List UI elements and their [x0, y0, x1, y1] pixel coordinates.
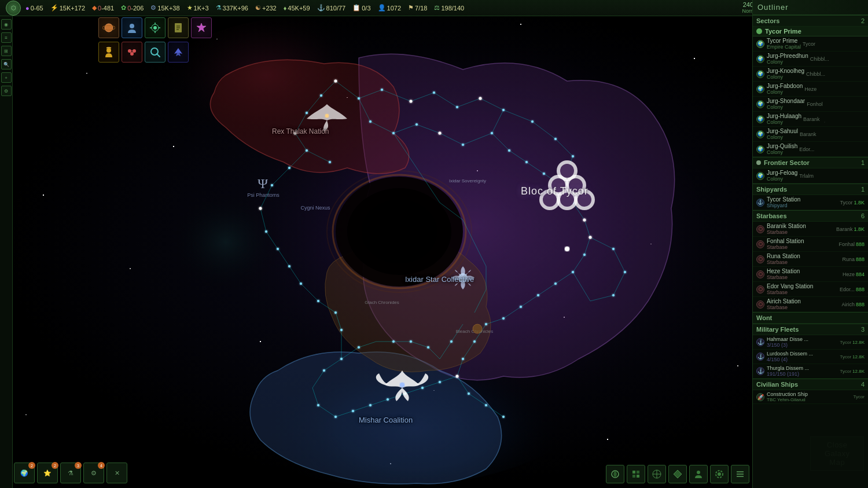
- starbase-icon: ⬡: [756, 285, 764, 293]
- fleet-lurdoosh[interactable]: ⚓ Lurdoosh Dissem ... 4/150 (4) Tycor 12…: [753, 350, 868, 364]
- svg-point-158: [259, 207, 262, 210]
- settings-gear-button[interactable]: [710, 465, 729, 483]
- starbase-fonhal[interactable]: ⬡ Fonhal Station Starbase Fonhal 888: [753, 237, 868, 252]
- stat-influence: ● 0-65: [25, 5, 43, 12]
- frontier-dot: [756, 160, 761, 165]
- svg-point-105: [320, 94, 322, 97]
- frontier-sector-header[interactable]: Frontier Sector 1: [753, 157, 868, 168]
- fleet-hahmaar[interactable]: ⚓ Hahmaar Disse ... 3/150 (3) Tycor 12.8…: [753, 335, 868, 350]
- map-mode-3-button[interactable]: [648, 465, 666, 483]
- map-mode-5-button[interactable]: [689, 465, 708, 483]
- ships-button[interactable]: [168, 42, 189, 63]
- zoom-icon-btn[interactable]: +: [1, 72, 12, 83]
- empire-icon[interactable]: ⬡: [6, 1, 21, 16]
- colony-icon: 🌍: [756, 85, 764, 93]
- colony-jurg-phreedhun[interactable]: 🌍 Jurg-Phreedhun Colony Chibbl...: [753, 52, 868, 67]
- starbase-heze[interactable]: ⬡ Heze Station Starbase Heze 884: [753, 267, 868, 282]
- colony-tycor-prime[interactable]: 🌍 Tycor Prime Empire Capital Tycor: [753, 36, 868, 52]
- intel-button[interactable]: [145, 42, 165, 63]
- map-mode-2-button[interactable]: [627, 465, 645, 483]
- svg-text:Cygni Nexus: Cygni Nexus: [300, 205, 330, 211]
- svg-point-154: [427, 346, 429, 348]
- colony-jurg-sahuul[interactable]: 🌍 Jurg-Sahuul Colony Barank: [753, 127, 868, 142]
- notification-planets-button[interactable]: 🌍 2: [14, 463, 35, 483]
- military-fleets-section-header[interactable]: Military Fleets 3: [753, 324, 868, 335]
- svg-point-192: [153, 26, 157, 30]
- stat-factions: ⚑ 7/18: [408, 4, 427, 12]
- svg-point-162: [300, 282, 302, 285]
- starbase-runa[interactable]: ⬡ Runa Station Starbase Runa 888: [753, 252, 868, 267]
- svg-point-159: [265, 230, 267, 233]
- galaxy-map[interactable]: Ψ: [0, 0, 752, 488]
- bottom-right-icons: [606, 465, 749, 483]
- svg-point-152: [392, 340, 395, 343]
- map-icon-btn[interactable]: ◉: [1, 19, 12, 30]
- colony-jurg-feloag[interactable]: 🌍 Jurg-Feloag Colony Trlalm: [753, 168, 868, 184]
- starbase-icon: ⬡: [756, 240, 764, 248]
- research-bottom-icon: ⚗: [68, 469, 73, 477]
- svg-point-106: [306, 112, 308, 114]
- layers-icon-btn[interactable]: ⊞: [1, 46, 12, 56]
- map-mode-4-button[interactable]: [668, 465, 687, 483]
- svg-point-148: [317, 404, 319, 406]
- policies-button[interactable]: [168, 17, 189, 38]
- traditions-button[interactable]: [191, 17, 212, 38]
- stat-energy: ⚡ 15K+172: [50, 4, 85, 12]
- shipyards-section-header[interactable]: Shipyards 1: [753, 184, 868, 195]
- filter-icon-btn[interactable]: ≡: [1, 32, 12, 43]
- civilian-construction-ship[interactable]: 🚀 Construction Ship TBC Yehm-Gilarud Tyc…: [753, 390, 868, 404]
- colony-jurg-shondaar[interactable]: 🌍 Jurg-Shondaar Colony Fonhol: [753, 97, 868, 112]
- factions-button[interactable]: [122, 42, 142, 63]
- planets-button[interactable]: [98, 17, 119, 38]
- svg-point-119: [531, 120, 534, 123]
- starbase-baranik[interactable]: ⬡ Baranik Station Starbase Barank 1.8K: [753, 222, 868, 237]
- colony-jurg-quilish[interactable]: 🌍 Jurg-Quilish Colony Edor...: [753, 142, 868, 157]
- svg-point-182: [325, 114, 329, 118]
- notification-expansion-button[interactable]: ⭐ 2: [37, 463, 58, 483]
- colony-icon: 🌍: [756, 115, 764, 123]
- starbase-airich[interactable]: ⬡ Airich Station Starbase Airich 888: [753, 297, 868, 312]
- svg-point-156: [288, 167, 290, 169]
- svg-point-160: [277, 248, 279, 250]
- colony-jurg-fabdoon[interactable]: 🌍 Jurg-Fabdoon Colony Heze: [753, 82, 868, 97]
- stat-research: ⚗ 337K+96: [216, 4, 248, 12]
- colony-jurg-knoolheg[interactable]: 🌍 Jurg-Knoolheg Colony Chibbl...: [753, 67, 868, 82]
- svg-point-6: [362, 200, 437, 263]
- svg-point-96: [334, 80, 337, 83]
- notification-buildings-button[interactable]: ⚙ 4: [83, 463, 104, 483]
- svg-point-139: [485, 404, 487, 406]
- svg-rect-215: [637, 475, 639, 478]
- svg-point-188: [473, 324, 482, 333]
- technology-button[interactable]: [145, 17, 165, 38]
- shipyard-tycor[interactable]: ⚓ Tycor Station Shipyard Tycor 1.8K: [753, 195, 868, 210]
- sectors-section-header[interactable]: Sectors 2: [753, 15, 868, 27]
- leaders-button[interactable]: [98, 42, 119, 63]
- starbase-icon: ⬡: [756, 255, 764, 263]
- notification-research-button[interactable]: ⚗ 3: [60, 463, 81, 483]
- starbases-section-header[interactable]: Starbases 6: [753, 210, 868, 222]
- menu-button[interactable]: [731, 465, 749, 483]
- svg-rect-212: [632, 471, 635, 474]
- svg-point-102: [479, 97, 482, 100]
- civilian-ships-section-header[interactable]: Civilian Ships 4: [753, 379, 868, 390]
- tycor-prime-subsector[interactable]: Tycor Prime: [753, 27, 868, 36]
- species-button[interactable]: [122, 17, 142, 38]
- svg-text:Ψ: Ψ: [258, 176, 268, 191]
- stat-minerals: ◆ 0-481: [92, 4, 114, 12]
- search-icon-btn[interactable]: 🔍: [1, 59, 12, 69]
- colony-jurg-hulaagh[interactable]: 🌍 Jurg-Hulaagh Colony Barank: [753, 112, 868, 127]
- map-mode-1-button[interactable]: [606, 465, 624, 483]
- planets-bottom-icon: 🌍: [20, 469, 28, 477]
- settings-button[interactable]: ✕: [106, 463, 127, 483]
- svg-point-219: [697, 471, 700, 474]
- svg-point-133: [624, 271, 626, 273]
- top-toolbar-row1: [98, 17, 212, 38]
- settings-icon-btn[interactable]: ⚙: [1, 86, 12, 96]
- colony-icon: 🌍: [756, 145, 764, 153]
- svg-point-114: [462, 144, 464, 146]
- svg-point-120: [572, 155, 574, 157]
- fleet-thurgla[interactable]: ⚓ Thurgla Dissem ... 191/150 (191) Tycor…: [753, 364, 868, 379]
- wont-section-header[interactable]: Wont: [753, 312, 868, 324]
- svg-point-112: [415, 123, 418, 126]
- starbase-edor-vang[interactable]: ⬡ Edor Vang Station Starbase Edor... 888: [753, 282, 868, 297]
